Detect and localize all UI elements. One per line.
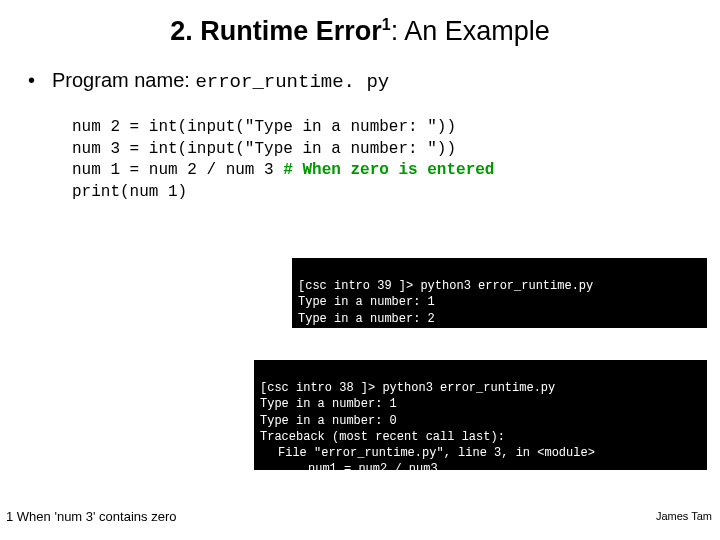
slide-title: 2. Runtime Error1: An Example: [0, 0, 720, 47]
code-line-1: num 2 = int(input("Type in a number: ")): [72, 117, 720, 139]
term2-line-6: num1 = num2 / num3: [260, 461, 438, 477]
footnote-text: 1 When 'num 3' contains zero: [6, 509, 176, 524]
term2-line-2: Type in a number: 1: [260, 397, 397, 411]
code-line-3: num 1 = num 2 / num 3 # When zero is ent…: [72, 160, 720, 182]
code-line-2: num 3 = int(input("Type in a number: ")): [72, 139, 720, 161]
terminal-output-error: [csc intro 38 ]> python3 error_runtime.p…: [254, 360, 707, 470]
bullet-dot-icon: •: [28, 69, 52, 92]
term2-line-4: Traceback (most recent call last):: [260, 430, 505, 444]
term1-line-3: Type in a number: 2: [298, 312, 435, 326]
term1-line-2: Type in a number: 1: [298, 295, 435, 309]
code-comment: # When zero is entered: [283, 161, 494, 179]
bullet-line: •Program name: error_runtime. py: [28, 69, 720, 93]
term1-line-1: [csc intro 39 ]> python3 error_runtime.p…: [298, 279, 593, 293]
title-superscript: 1: [382, 16, 391, 33]
bullet-label: Program name:: [52, 69, 195, 91]
terminal-output-success: [csc intro 39 ]> python3 error_runtime.p…: [292, 258, 707, 328]
code-block: num 2 = int(input("Type in a number: "))…: [72, 117, 720, 203]
title-bold: Runtime Error1: [200, 16, 390, 46]
term2-line-3: Type in a number: 0: [260, 414, 397, 428]
term2-line-1: [csc intro 38 ]> python3 error_runtime.p…: [260, 381, 555, 395]
term1-line-4: 0.5: [298, 328, 320, 342]
term2-line-7: ZeroDivisionError: division by zero: [260, 478, 512, 492]
bullet-filename: error_runtime. py: [195, 71, 389, 93]
title-number: 2.: [170, 16, 193, 46]
title-rest: : An Example: [391, 16, 550, 46]
author-credit: James Tam: [656, 510, 712, 522]
term2-line-5: File "error_runtime.py", line 3, in <mod…: [260, 445, 595, 461]
code-line-4: print(num 1): [72, 182, 720, 204]
